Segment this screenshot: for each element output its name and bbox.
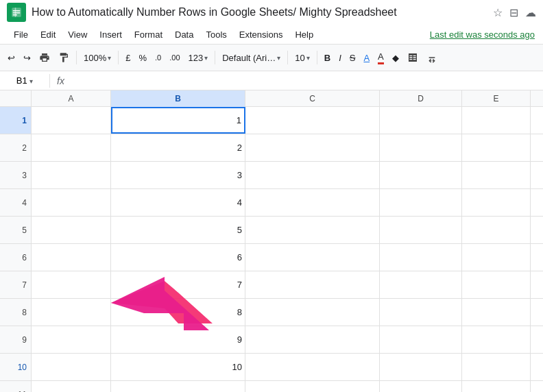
cell-d5[interactable] [380,217,462,243]
cell-e5[interactable] [462,217,531,243]
row-num-2[interactable]: 2 [0,134,32,161]
cell-c6[interactable] [245,244,380,271]
menu-format[interactable]: Format [129,27,168,42]
row-num-10[interactable]: 10 [0,354,32,380]
row-num-3[interactable]: 3 [0,162,32,188]
decimal00-button[interactable]: .00 [166,51,183,64]
cell-b11[interactable] [111,381,245,392]
cell-d6[interactable] [380,244,462,271]
decimal0-button[interactable]: .0 [152,51,165,64]
col-header-c[interactable]: C [245,90,380,107]
cell-d10[interactable] [380,354,462,380]
cell-b2[interactable]: 2 [111,134,245,161]
format-dropdown[interactable]: 123 ▾ [185,51,212,65]
cell-a1[interactable] [32,107,111,134]
cell-c2[interactable] [245,134,380,161]
row-num-9[interactable]: 9 [0,326,32,353]
cell-c4[interactable] [245,189,380,216]
font-dropdown[interactable]: Default (Ari… ▾ [219,51,284,65]
col-header-e[interactable]: E [462,90,531,107]
cell-a11[interactable] [32,381,111,392]
cell-reference[interactable]: B1 ▾ [4,75,45,86]
underline-button[interactable]: A [360,50,373,66]
percent-button[interactable]: % [135,50,150,66]
cloud-icon[interactable]: ☁ [525,6,536,19]
cell-e7[interactable] [462,271,531,298]
cell-d1[interactable] [380,107,462,134]
bold-button[interactable]: B [321,50,334,66]
last-edit-status[interactable]: Last edit was seconds ago [430,29,535,40]
cell-d11[interactable] [380,381,462,392]
menu-view[interactable]: View [62,27,93,42]
text-color-button[interactable]: A [374,49,387,67]
strikethrough-button[interactable]: S [346,50,359,66]
menu-help[interactable]: Help [289,27,319,42]
menu-edit[interactable]: Edit [35,27,61,42]
fontsize-dropdown[interactable]: 10 ▾ [291,51,313,65]
currency-button[interactable]: £ [122,50,134,66]
cell-d4[interactable] [380,189,462,216]
borders-button[interactable] [404,49,422,66]
cell-b7[interactable]: 7 [111,271,245,298]
cell-e9[interactable] [462,326,531,353]
row-num-5[interactable]: 5 [0,217,32,243]
menu-tools[interactable]: Tools [200,27,232,42]
cell-b9[interactable]: 9 [111,326,245,353]
cell-d7[interactable] [380,271,462,298]
cell-d8[interactable] [380,299,462,326]
fill-color-button[interactable]: ◆ [389,50,402,66]
row-num-6[interactable]: 6 [0,244,32,271]
cell-c11[interactable] [245,381,380,392]
formula-input[interactable] [71,75,539,86]
row-num-11[interactable]: 11 [0,381,32,392]
redo-button[interactable]: ↪ [20,50,34,66]
row-num-4[interactable]: 4 [0,189,32,216]
cell-e4[interactable] [462,189,531,216]
cell-c10[interactable] [245,354,380,380]
row-num-1[interactable]: 1 [0,107,32,134]
italic-button[interactable]: I [335,50,345,66]
cell-b1[interactable]: 1 [111,107,245,134]
cell-a3[interactable] [32,162,111,188]
row-num-8[interactable]: 8 [0,299,32,326]
menu-extensions[interactable]: Extensions [234,27,289,42]
menu-insert[interactable]: Insert [94,27,128,42]
menu-file[interactable]: File [8,27,34,42]
cell-e3[interactable] [462,162,531,188]
merge-button[interactable] [423,49,441,66]
cell-a10[interactable] [32,354,111,380]
cell-b3[interactable]: 3 [111,162,245,188]
cell-e10[interactable] [462,354,531,380]
menu-data[interactable]: Data [169,27,199,42]
zoom-dropdown[interactable]: 100% ▾ [80,51,114,65]
cell-a7[interactable] [32,271,111,298]
cell-c7[interactable] [245,271,380,298]
print-button[interactable] [36,49,53,66]
col-header-a[interactable]: A [32,90,111,107]
cell-d2[interactable] [380,134,462,161]
cell-b5[interactable]: 5 [111,217,245,243]
cell-a2[interactable] [32,134,111,161]
cell-b10[interactable]: 10 [111,354,245,380]
cell-e11[interactable] [462,381,531,392]
minimize-icon[interactable]: ⊟ [509,6,518,19]
cell-ref-arrow[interactable]: ▾ [29,77,33,85]
undo-button[interactable]: ↩ [4,50,19,66]
cell-b6[interactable]: 6 [111,244,245,271]
cell-a6[interactable] [32,244,111,271]
row-num-7[interactable]: 7 [0,271,32,298]
cell-e1[interactable] [462,107,531,134]
cell-c8[interactable] [245,299,380,326]
paint-format-button[interactable] [55,49,73,66]
cell-a9[interactable] [32,326,111,353]
cell-a8[interactable] [32,299,111,326]
col-header-d[interactable]: D [380,90,462,107]
cell-e2[interactable] [462,134,531,161]
cell-e8[interactable] [462,299,531,326]
cell-c1[interactable] [245,107,380,134]
cell-c3[interactable] [245,162,380,188]
cell-e6[interactable] [462,244,531,271]
cell-a5[interactable] [32,217,111,243]
cell-b4[interactable]: 4 [111,189,245,216]
cell-c9[interactable] [245,326,380,353]
